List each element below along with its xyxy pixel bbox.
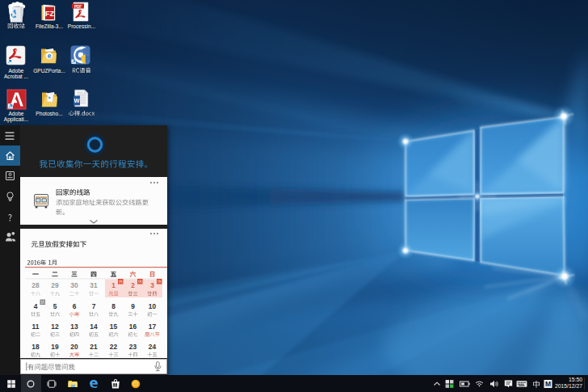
svg-text:6: 6 (73, 302, 77, 310)
svg-text:2: 2 (131, 281, 135, 289)
svg-text:7: 7 (92, 302, 96, 310)
svg-text:3: 3 (150, 281, 154, 289)
svg-text:28: 28 (32, 281, 40, 289)
svg-text:Adobe: Adobe (8, 111, 23, 116)
svg-text:14: 14 (90, 322, 98, 331)
svg-text:9: 9 (131, 302, 135, 310)
svg-text:31: 31 (90, 281, 98, 289)
svg-text:Photosho...: Photosho... (36, 111, 63, 116)
svg-text:8: 8 (111, 302, 116, 310)
svg-text:Processin...: Processin... (68, 23, 96, 29)
svg-text:M: M (545, 380, 551, 388)
svg-text:22: 22 (110, 343, 118, 351)
svg-text:20: 20 (70, 343, 78, 351)
svg-text:23: 23 (129, 343, 137, 351)
svg-text:11: 11 (32, 322, 40, 331)
svg-text:Acrobat ...: Acrobat ... (4, 74, 28, 79)
svg-text:4: 4 (34, 302, 38, 310)
svg-text:FileZilla-3...: FileZilla-3... (36, 23, 63, 29)
svg-text:21: 21 (90, 343, 98, 351)
svg-text:16: 16 (129, 322, 137, 331)
svg-text:17: 17 (149, 322, 157, 331)
svg-text:GPUZPorta...: GPUZPorta... (33, 68, 65, 74)
svg-text:18: 18 (32, 343, 40, 351)
svg-text:30: 30 (70, 281, 78, 289)
svg-text:24: 24 (149, 343, 157, 351)
svg-text:5: 5 (53, 302, 57, 310)
svg-text:1: 1 (111, 281, 116, 289)
svg-text:Applicati...: Applicati... (4, 116, 29, 123)
svg-text:10: 10 (149, 302, 157, 310)
svg-text:12: 12 (51, 322, 59, 331)
svg-text:19: 19 (51, 343, 59, 351)
svg-text:15: 15 (110, 322, 118, 331)
svg-text:13: 13 (70, 322, 78, 331)
svg-text:29: 29 (51, 281, 59, 289)
svg-text:Adobe: Adobe (8, 68, 23, 74)
